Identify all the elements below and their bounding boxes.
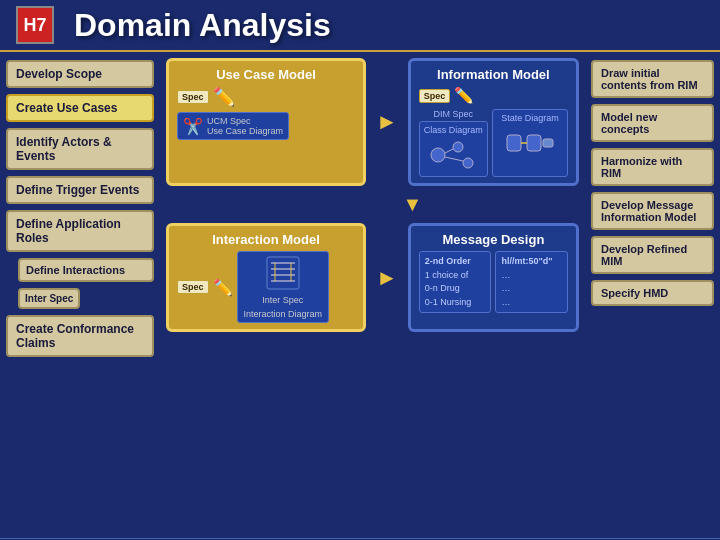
svg-rect-8: [543, 139, 553, 147]
sidebar-item-define-interactions[interactable]: Define Interactions: [18, 258, 154, 282]
svg-rect-5: [507, 135, 521, 151]
info-columns: DIM Spec Class Diagram: [419, 109, 568, 177]
svg-point-1: [453, 142, 463, 152]
svg-point-0: [431, 148, 445, 162]
top-row: Use Case Model Spec ✏️ ✂️ UCM Spec Use C…: [166, 58, 579, 186]
msg-col1-item3: 0-1 Nursing: [425, 296, 486, 310]
msg-col2-title: hl//mt:50"d": [501, 255, 562, 269]
interact-title: Interaction Model: [177, 232, 355, 247]
state-diagram-box: State Diagram: [492, 109, 568, 177]
use-case-model-panel: Use Case Model Spec ✏️ ✂️ UCM Spec Use C…: [166, 58, 366, 186]
info-spec-row: Spec ✏️: [419, 86, 568, 105]
msg-col2-item2: …: [501, 282, 562, 296]
msg-columns: 2-nd Order 1 choice of 0-n Drug 0-1 Nurs…: [419, 251, 568, 313]
vert-arrow-center: ▼: [166, 193, 579, 216]
content-area: Use Case Model Spec ✏️ ✂️ UCM Spec Use C…: [160, 52, 585, 538]
ucm-spec-label: UCM Spec: [207, 116, 283, 126]
dim-spec-label: DIM Spec: [419, 109, 488, 119]
msg-col1-title: 2-nd Order: [425, 255, 486, 269]
left-sidebar: Develop Scope Create Use Cases Identify …: [0, 52, 160, 538]
spec-inter-spec[interactable]: Inter Spec: [18, 288, 80, 309]
svg-line-3: [445, 149, 453, 153]
svg-rect-6: [527, 135, 541, 151]
msg-col2-item1: …: [501, 269, 562, 283]
scissors-icon: ✂️: [183, 117, 203, 136]
msg-col-1: 2-nd Order 1 choice of 0-n Drug 0-1 Nurs…: [419, 251, 492, 313]
page-title: Domain Analysis: [74, 7, 331, 44]
msg-col1-item2: 0-n Drug: [425, 282, 486, 296]
right-sidebar: Draw initial contents from RIM Model new…: [585, 52, 720, 538]
info-spec-badge: Spec: [419, 89, 451, 103]
state-diagram-label: State Diagram: [497, 113, 563, 123]
interaction-model-panel: Interaction Model Spec ✏️: [166, 223, 366, 332]
msg-title: Message Design: [419, 232, 568, 247]
right-item-specify-hmd[interactable]: Specify HMD: [591, 280, 714, 306]
class-diagram-label: Class Diagram: [424, 125, 483, 135]
inter-spec-label: Inter Spec: [262, 295, 303, 305]
interaction-diagram-icon: [265, 255, 301, 291]
bottom-arrow-right: ►: [374, 223, 400, 332]
ucm-spec-badge: Spec: [177, 90, 209, 104]
ucm-diagram-box: ✂️ UCM Spec Use Case Diagram: [177, 112, 289, 140]
interact-pencil-icon: ✏️: [213, 278, 233, 297]
sidebar-item-define-trigger[interactable]: Define Trigger Events: [6, 176, 154, 204]
ucm-diagram-label: Use Case Diagram: [207, 126, 283, 136]
interact-spec-badge: Spec: [177, 280, 209, 294]
header: H7 Domain Analysis: [0, 0, 720, 52]
info-pencil-icon: ✏️: [454, 86, 474, 105]
message-design-panel: Message Design 2-nd Order 1 choice of 0-…: [408, 223, 579, 332]
class-diagram-box: Class Diagram: [419, 121, 488, 177]
right-item-model-new[interactable]: Model new concepts: [591, 104, 714, 142]
sidebar-item-identify-actors[interactable]: Identify Actors & Events: [6, 128, 154, 170]
down-arrow-icon: ▼: [403, 193, 423, 216]
svg-rect-9: [267, 257, 299, 289]
right-item-develop-refined[interactable]: Develop Refined MIM: [591, 236, 714, 274]
ucm-diagram-row: ✂️ UCM Spec Use Case Diagram: [177, 112, 355, 140]
right-item-draw-initial[interactable]: Draw initial contents from RIM: [591, 60, 714, 98]
interact-content-row: Spec ✏️ Inter Spec: [177, 251, 355, 323]
msg-col2-item3: …: [501, 296, 562, 310]
interact-diagram-label: Interaction Diagram: [244, 309, 323, 319]
logo: H7: [16, 6, 54, 44]
right-item-develop-message[interactable]: Develop Message Information Model: [591, 192, 714, 230]
bottom-row: Interaction Model Spec ✏️: [166, 223, 579, 332]
top-arrow-right: ►: [374, 58, 400, 186]
msg-col-2: hl//mt:50"d" … … …: [495, 251, 568, 313]
sidebar-item-create-use-cases[interactable]: Create Use Cases: [6, 94, 154, 122]
sidebar-item-create-conformance[interactable]: Create Conformance Claims: [6, 315, 154, 357]
ucm-spec-row: Spec ✏️: [177, 86, 355, 108]
ucm-title: Use Case Model: [177, 67, 355, 82]
svg-point-2: [463, 158, 473, 168]
information-model-panel: Information Model Spec ✏️ DIM Spec Class…: [408, 58, 579, 186]
pencil-icon: ✏️: [213, 86, 235, 108]
dim-spec-col: DIM Spec Class Diagram: [419, 109, 488, 177]
state-diagram-visual: [497, 125, 563, 161]
msg-col1-item1: 1 choice of: [425, 269, 486, 283]
sidebar-item-develop-scope[interactable]: Develop Scope: [6, 60, 154, 88]
right-item-harmonize[interactable]: Harmonize with RIM: [591, 148, 714, 186]
svg-line-4: [445, 157, 463, 161]
sidebar-item-define-application[interactable]: Define Application Roles: [6, 210, 154, 252]
class-diagram-visual: [424, 137, 483, 173]
info-title: Information Model: [419, 67, 568, 82]
interact-diagram-box: Inter Spec Interaction Diagram: [237, 251, 330, 323]
